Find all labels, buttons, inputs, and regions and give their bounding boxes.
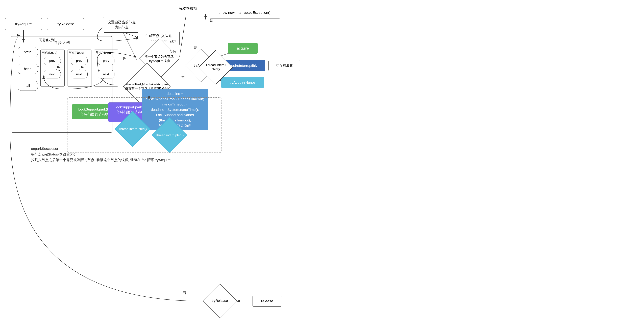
sync-queue-label: 同步队列: [54, 40, 70, 45]
label-shi1: 是: [122, 56, 126, 61]
tryAcquire-top-box: tryAcquire: [5, 18, 42, 30]
label-fou2: 否: [181, 76, 184, 80]
tryRelease-top-box: tryRelease: [47, 18, 84, 30]
label-shi2: 是: [148, 96, 151, 100]
diagram-container: tryAcquire tryRelease 同步队列 state head ta…: [0, 0, 644, 324]
svg-line-10: [122, 32, 139, 38]
tail-box: tail: [18, 81, 38, 91]
label-fou1: 否: [140, 82, 144, 87]
sync-queue-label-text: 同步队列: [38, 37, 55, 43]
thread-interrupted-mid-wrap: Thread.interrupted(): [198, 59, 233, 76]
svg-line-13: [122, 29, 137, 60]
head-node-container: 节点(Node) prev next: [40, 50, 64, 87]
label-shi4: 是: [210, 19, 213, 23]
acquire-green-box: acquire: [228, 43, 258, 54]
head-prev: prev: [44, 57, 61, 65]
park-area-dashed: [67, 97, 222, 153]
unpark-successor-text: unparkSuccessor 头节点waitStatus<0 设置为0 找到头…: [31, 146, 190, 163]
throw-exception-box: throw new InterruptedException();: [210, 7, 280, 19]
release-box: release: [252, 296, 282, 306]
node3-next: next: [98, 70, 114, 79]
node2-prev: prev: [71, 57, 88, 65]
node2-container: 节点(Node) prev next: [67, 50, 92, 87]
label-fou3: 否: [183, 290, 186, 295]
acquire-success-box: 获取锁成功: [169, 3, 207, 14]
mutex-acquire-box: 互斥获取锁: [268, 60, 300, 71]
try-acquire-nanos-box: tryAcquireNanos: [221, 77, 264, 88]
node2-next: next: [71, 70, 88, 79]
label-chenggong: 成功: [170, 40, 176, 44]
set-head-node-box: 设置自己当前节点为头节点: [103, 17, 140, 33]
head-box: head: [18, 64, 38, 74]
label-shibai: 失败: [170, 50, 176, 54]
head-next: next: [44, 70, 61, 79]
try-release-diamond-wrap: tryRelease: [201, 292, 238, 309]
node3-container: 节点(Node) prev next: [94, 50, 118, 87]
state-box: state: [18, 47, 38, 57]
node3-prev: prev: [98, 57, 114, 65]
label-shi3: 是: [194, 45, 197, 50]
